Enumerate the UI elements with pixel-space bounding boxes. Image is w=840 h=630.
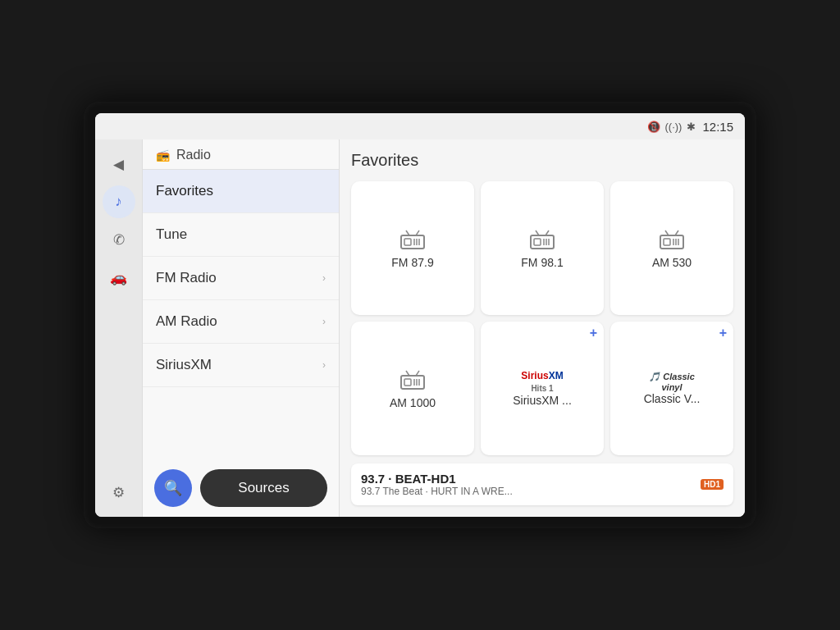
add-classicvinyl-icon[interactable]: + xyxy=(719,326,727,340)
screen: 📵 ((·)) ✱ 12:15 ◀ ♪ ✆ 🚗 ⚙ 📻 Radio xyxy=(95,113,745,517)
classic-vinyl-logo: 🎵 Classicvinyl xyxy=(649,372,695,392)
now-playing-right: HD1 xyxy=(701,479,724,490)
fm-radio-chevron-icon: › xyxy=(322,272,326,284)
nav-items: Favorites Tune FM Radio › AM Radio › Sir xyxy=(143,170,339,459)
nav-item-tune[interactable]: Tune xyxy=(143,213,339,257)
nav-item-favorites[interactable]: Favorites xyxy=(143,170,339,213)
sidebar-item-navigation[interactable]: ◀ xyxy=(103,148,135,180)
clock: 12:15 xyxy=(702,120,733,134)
nav-item-am-radio[interactable]: AM Radio › xyxy=(143,300,339,344)
nav-item-siriusxm[interactable]: SiriusXM › xyxy=(143,344,339,387)
sources-button[interactable]: Sources xyxy=(200,469,327,507)
fav-card-siriusxm[interactable]: + SiriusXM Hits 1 SiriusXM ... xyxy=(481,322,604,455)
sidebar-item-phone[interactable]: ✆ xyxy=(103,223,135,256)
am-radio-chevron-icon: › xyxy=(322,316,326,327)
nav-item-favorites-label: Favorites xyxy=(156,183,213,199)
favorites-title: Favorites xyxy=(351,151,733,170)
fav-label-am530: AM 530 xyxy=(652,256,692,269)
fav-label-am1000: AM 1000 xyxy=(390,396,436,409)
svg-rect-15 xyxy=(664,239,670,245)
fav-card-fm879[interactable]: FM 87.9 xyxy=(351,181,474,315)
now-playing-song: 93.7 The Beat · HURT IN A WRE... xyxy=(361,486,513,497)
now-playing-info: 93.7 · BEAT-HD1 93.7 The Beat · HURT IN … xyxy=(361,472,513,497)
radio-icon-am1000 xyxy=(399,368,426,391)
sirius-logo: SiriusXM Hits 1 xyxy=(521,370,563,394)
nav-panel: 📻 Radio Favorites Tune FM Radio › xyxy=(143,139,340,517)
now-playing-station: 93.7 · BEAT-HD1 xyxy=(361,472,513,486)
svg-rect-1 xyxy=(404,239,411,245)
fav-card-fm981[interactable]: FM 98.1 xyxy=(481,181,604,315)
fav-card-classicvinyl[interactable]: + 🎵 Classicvinyl Classic V... xyxy=(610,322,733,455)
bluetooth-icon: ✱ xyxy=(687,121,696,133)
fav-card-am1000[interactable]: AM 1000 xyxy=(351,322,474,455)
sidebar-item-music[interactable]: ♪ xyxy=(103,185,135,218)
nav-item-siriusxm-label: SiriusXM xyxy=(156,357,212,373)
status-bar: 📵 ((·)) ✱ 12:15 xyxy=(95,113,745,139)
add-siriusxm-icon[interactable]: + xyxy=(590,326,597,340)
sidebar-icons: ◀ ♪ ✆ 🚗 ⚙ xyxy=(95,139,143,517)
fav-card-am530[interactable]: AM 530 xyxy=(610,181,733,315)
nav-header: 📻 Radio xyxy=(143,139,339,170)
fav-label-fm879: FM 87.9 xyxy=(391,256,433,269)
search-button[interactable]: 🔍 xyxy=(154,469,192,507)
svg-rect-22 xyxy=(404,379,411,386)
svg-rect-8 xyxy=(534,239,541,245)
sidebar-item-car[interactable]: 🚗 xyxy=(103,261,135,294)
nav-item-fm-radio-label: FM Radio xyxy=(156,270,217,286)
status-icons: 📵 ((·)) ✱ xyxy=(647,121,696,133)
fav-label-siriusxm: SiriusXM ... xyxy=(513,394,572,407)
fav-label-fm981: FM 98.1 xyxy=(521,256,563,269)
content-panel: Favorites xyxy=(340,139,745,517)
nav-bottom: 🔍 Sources xyxy=(143,459,339,517)
now-playing-bar[interactable]: 93.7 · BEAT-HD1 93.7 The Beat · HURT IN … xyxy=(351,463,733,505)
radio-icon-fm981 xyxy=(529,228,555,251)
radio-header-icon: 📻 xyxy=(156,148,170,162)
nav-item-fm-radio[interactable]: FM Radio › xyxy=(143,257,339,300)
main-area: ◀ ♪ ✆ 🚗 ⚙ 📻 Radio Favorites Tu xyxy=(95,139,745,517)
wifi-icon: ((·)) xyxy=(665,121,682,133)
sidebar-item-settings[interactable]: ⚙ xyxy=(103,476,135,509)
radio-icon-fm879 xyxy=(399,228,426,251)
favorites-grid: FM 87.9 xyxy=(351,181,733,455)
fav-label-classicvinyl: Classic V... xyxy=(644,392,701,405)
radio-icon-am530 xyxy=(659,228,685,251)
hd-badge: HD1 xyxy=(701,479,724,490)
nav-header-title: Radio xyxy=(176,148,211,162)
siriusxm-chevron-icon: › xyxy=(322,359,326,371)
car-bezel: 📵 ((·)) ✱ 12:15 ◀ ♪ ✆ 🚗 ⚙ 📻 Radio xyxy=(84,102,756,528)
no-signal-icon: 📵 xyxy=(647,121,660,133)
nav-item-tune-label: Tune xyxy=(156,226,187,243)
nav-item-am-radio-label: AM Radio xyxy=(156,313,217,330)
